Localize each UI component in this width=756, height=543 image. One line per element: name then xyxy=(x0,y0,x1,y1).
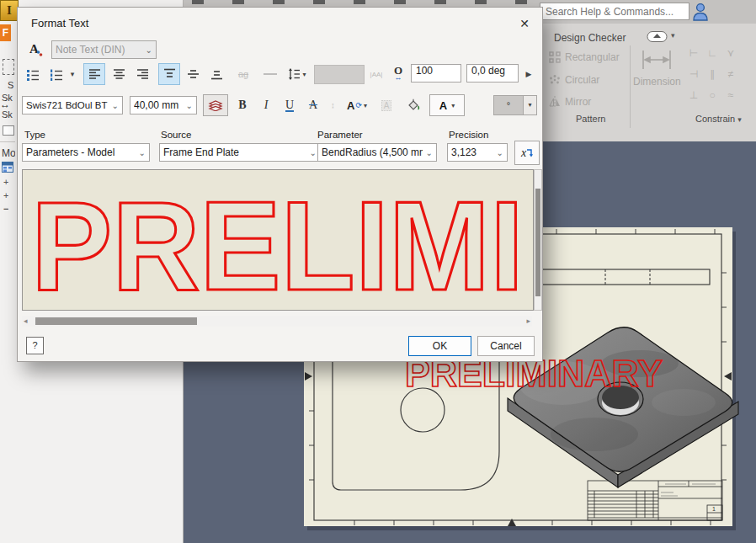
list-options-caret-icon[interactable]: ▾ xyxy=(67,63,78,85)
text-rotate-button[interactable]: A ⟳ ▾ xyxy=(342,94,372,116)
preview-vertical-scrollbar[interactable] xyxy=(534,169,542,311)
inventor-app-icon[interactable]: I xyxy=(0,0,19,21)
scroll-left-icon[interactable]: ◂ xyxy=(24,317,28,325)
chevron-down-icon: ⌄ xyxy=(139,148,146,157)
source-select[interactable]: Frame End Plate ⌄ xyxy=(159,143,321,162)
constrain-group-label[interactable]: Constrain ▾ xyxy=(695,114,742,124)
parameter-select[interactable]: BendRadius (4,500 mm) ⌄ xyxy=(317,143,437,162)
ok-button[interactable]: OK xyxy=(408,336,471,356)
rectangular-pattern-button[interactable]: Rectangular xyxy=(549,48,620,67)
insert-symbol-select[interactable]: ° ▾ xyxy=(493,95,537,115)
select-tool-icon[interactable] xyxy=(3,59,14,75)
stacked-text-button[interactable] xyxy=(203,94,228,116)
align-middle-button[interactable] xyxy=(182,63,204,85)
align-top-button[interactable] xyxy=(158,63,180,85)
underline-button[interactable]: U xyxy=(279,94,301,116)
insert-arrow-icon xyxy=(526,149,533,157)
smooth-constraint-icon[interactable]: ≈ xyxy=(722,89,739,102)
tree-expand-icon[interactable]: + xyxy=(3,190,8,200)
search-input[interactable] xyxy=(540,3,689,20)
horizontal-rule-button[interactable] xyxy=(258,63,282,85)
mirror-icon xyxy=(549,96,561,108)
design-checker-icon[interactable] xyxy=(647,30,668,43)
font-select[interactable]: Swis721 BdOul BT ⌄ xyxy=(22,96,123,114)
font-size-select[interactable]: 40,00 mm ⌄ xyxy=(130,96,197,114)
text-color-button[interactable]: A ▾ xyxy=(429,94,465,116)
text-preview-editor[interactable]: PRELIMI xyxy=(22,169,534,311)
rotate-arrow-icon: ⟳ xyxy=(355,101,362,109)
cancel-button[interactable]: Cancel xyxy=(477,336,535,356)
perpendicular-constraint-icon[interactable]: ∟ xyxy=(704,47,721,60)
dialog-title: Format Text xyxy=(31,17,88,29)
type-select[interactable]: Parameters - Model ⌄ xyxy=(22,143,150,162)
browser-text-fragment: Sk xyxy=(2,109,15,120)
tree-collapse-icon[interactable]: − xyxy=(3,204,8,214)
text-style-select[interactable]: Note Text (DIN) ⌄ xyxy=(51,40,157,59)
coincident-constraint-icon[interactable]: ⊢ xyxy=(685,47,702,60)
bullet-list-button[interactable] xyxy=(22,63,44,85)
browser-table-icon[interactable] xyxy=(2,162,13,173)
close-icon[interactable]: ✕ xyxy=(515,14,534,33)
group-separator xyxy=(630,45,631,128)
stretch-value-input[interactable]: 100 xyxy=(411,64,461,83)
width-factor-icon[interactable]: |AA| xyxy=(366,63,386,85)
scrollbar-thumb[interactable] xyxy=(35,317,197,325)
align-center-button[interactable] xyxy=(108,63,130,85)
line-spacing-button[interactable]: ▾ xyxy=(284,63,311,85)
equal-constraint-icon[interactable]: ≠ xyxy=(722,68,739,81)
fill-background-button[interactable] xyxy=(401,94,426,116)
rectangular-pattern-icon xyxy=(549,51,561,63)
chevron-down-icon: ⌄ xyxy=(426,148,433,157)
checkbox-icon[interactable] xyxy=(3,125,14,136)
vertical-constraint-icon[interactable]: ⊥ xyxy=(685,89,702,102)
chevron-down-icon: ▾ xyxy=(523,96,536,114)
collinear-constraint-icon[interactable]: ⊣ xyxy=(685,68,702,81)
dimension-icon xyxy=(640,49,673,71)
dimension-button[interactable] xyxy=(640,49,673,71)
align-left-button[interactable] xyxy=(83,63,105,85)
panel-divider xyxy=(0,141,15,142)
chevron-down-icon: ▾ xyxy=(302,71,306,78)
chevron-down-icon: ⌄ xyxy=(146,45,152,55)
align-bottom-button[interactable] xyxy=(205,63,227,85)
scrollbar-thumb[interactable] xyxy=(535,189,540,296)
help-button[interactable]: ? xyxy=(26,337,44,354)
rotation-angle-input[interactable]: 0,0 deg xyxy=(466,64,519,83)
insert-parameter-button[interactable]: x xyxy=(514,141,540,165)
align-right-button[interactable] xyxy=(131,63,153,85)
mirror-button[interactable]: Mirror xyxy=(549,93,591,111)
angle-constraint-icon[interactable]: ⋎ xyxy=(722,47,739,60)
text-frame-button[interactable]: A xyxy=(375,94,397,116)
user-account-icon[interactable] xyxy=(691,2,710,22)
browser-header-fragment: Mo xyxy=(2,147,15,159)
stretch-button[interactable]: O ↔ xyxy=(388,63,408,85)
concentric-constraint-icon[interactable]: ○ xyxy=(704,89,721,102)
italic-button[interactable]: I xyxy=(255,94,277,116)
file-menu-button[interactable]: F xyxy=(0,24,11,41)
pattern-group-label: Pattern xyxy=(576,114,605,124)
text-style-icon: A xyxy=(28,41,43,56)
ribbon-tab-tops xyxy=(152,0,539,4)
bold-button[interactable]: B xyxy=(232,94,253,116)
scroll-right-icon[interactable]: ▸ xyxy=(526,317,530,325)
design-checker-label: Design Checker xyxy=(554,32,626,44)
numbered-list-button[interactable] xyxy=(46,63,67,85)
chevron-down-icon: ▾ xyxy=(364,102,367,109)
tree-expand-icon[interactable]: + xyxy=(3,177,8,187)
design-checker-caret-icon[interactable]: ▾ xyxy=(671,31,675,40)
circular-pattern-icon xyxy=(549,74,561,86)
format-text-dialog: Format Text ✕ A Note Text (DIN) ⌄ xyxy=(17,7,543,362)
stretch-arrows-icon: ↔ xyxy=(395,74,402,82)
precision-select[interactable]: 3,123 ⌄ xyxy=(447,143,508,162)
browser-text-fragment: S xyxy=(8,80,15,90)
expand-options-icon[interactable]: ▶ xyxy=(522,63,535,85)
circular-pattern-button[interactable]: Circular xyxy=(549,71,599,89)
preview-text: PRELIMI xyxy=(31,175,524,310)
baseline-button[interactable]: ag xyxy=(232,63,255,85)
spacing-value-field xyxy=(314,65,365,84)
superscript-button[interactable]: ↨ xyxy=(327,94,338,116)
preview-horizontal-scrollbar[interactable]: ◂ ▸ xyxy=(22,316,532,327)
strikethrough-button[interactable]: A xyxy=(302,94,324,116)
parallel-constraint-icon[interactable]: ∥ xyxy=(704,68,721,81)
type-label: Type xyxy=(24,130,45,140)
